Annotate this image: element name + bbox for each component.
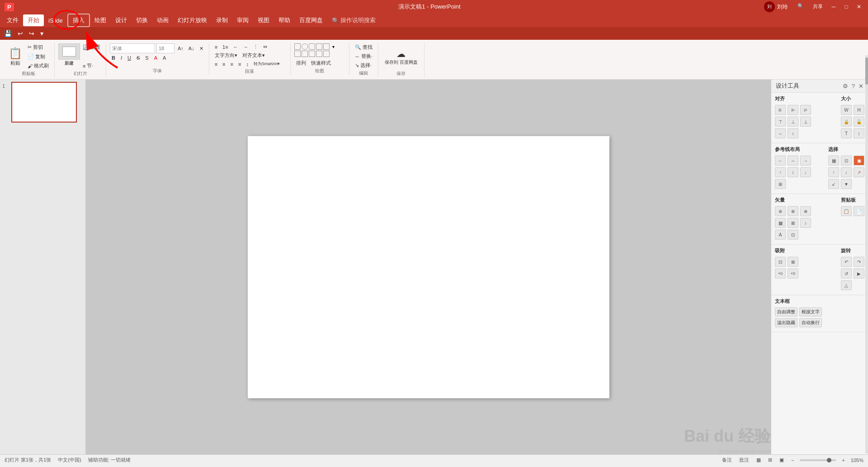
grid-center-btn[interactable]: ↔	[788, 156, 798, 165]
menu-animation[interactable]: 动画	[152, 14, 173, 26]
rotate-5-btn[interactable]: △	[841, 280, 852, 290]
select-all-btn[interactable]: ▦	[828, 156, 839, 165]
zoom-slider[interactable]	[800, 459, 836, 461]
panel-settings-icon[interactable]: ⚙	[843, 83, 848, 90]
underline-button[interactable]: U	[126, 55, 133, 61]
shape-line[interactable]	[294, 51, 301, 57]
decrease-indent[interactable]: ←	[231, 43, 240, 50]
rotate-2-btn[interactable]: ↷	[854, 257, 864, 267]
align-top-btn[interactable]: ⊤	[775, 117, 786, 127]
size-lock-btn[interactable]: 🔒	[841, 117, 852, 127]
shape-arrow[interactable]	[302, 51, 308, 57]
close-button[interactable]: ✕	[854, 2, 863, 11]
grid-extra-btn[interactable]: ⊞	[775, 179, 786, 189]
select-extra2-btn[interactable]: ▼	[841, 179, 852, 189]
vector-3-btn[interactable]: ⊗	[800, 206, 811, 216]
size-unlock-btn[interactable]: 🔓	[854, 117, 864, 127]
grid-mid-btn[interactable]: ↕	[788, 167, 798, 177]
align-bottom-btn[interactable]: ⊥	[800, 117, 811, 127]
decrease-font-size[interactable]: A↓	[187, 45, 196, 52]
highlight-button[interactable]: A	[161, 55, 168, 61]
clip-1-btn[interactable]: 📋	[841, 206, 852, 216]
snap-1-btn[interactable]: ⊡	[775, 257, 786, 267]
align-center-btn[interactable]: ⊫	[788, 105, 798, 115]
canvas-area[interactable]	[86, 80, 771, 454]
font-color-button[interactable]: A	[152, 55, 159, 61]
select-type-btn[interactable]: ⊡	[841, 156, 852, 165]
clear-format[interactable]: ✕	[198, 45, 205, 52]
italic-button[interactable]: I	[119, 55, 124, 61]
size-w-btn[interactable]: W	[841, 105, 852, 115]
find-button[interactable]: 🔍查找	[353, 43, 374, 51]
align-text-button[interactable]: 对齐文本▾	[241, 52, 267, 59]
grid-left-btn[interactable]: ←	[775, 156, 786, 165]
select-active-btn[interactable]: ▣	[854, 156, 864, 165]
text-box-button[interactable]: 文字方向▾	[213, 52, 239, 59]
columns-button[interactable]: ⋮	[251, 43, 260, 50]
shape-brace[interactable]	[323, 51, 330, 57]
menu-islide[interactable]: iSlide	[44, 15, 67, 26]
rotate-3-btn[interactable]: ↺	[841, 269, 852, 278]
panel-help-icon[interactable]: ?	[852, 83, 855, 90]
align-right-btn[interactable]: ⊬	[800, 105, 811, 115]
zoom-level[interactable]: 105%	[851, 458, 863, 463]
snap-2-btn[interactable]: ⊠	[788, 257, 798, 267]
paste-button[interactable]: 📋 粘贴	[6, 43, 25, 70]
menu-slideshow[interactable]: 幻灯片放映	[173, 14, 212, 26]
vector-1-btn[interactable]: ⊛	[775, 206, 786, 216]
select-up-btn[interactable]: ↑	[828, 167, 839, 177]
save-to-baidu-button[interactable]: ☁ 保存到 百度网盘	[382, 43, 420, 70]
size-text-btn[interactable]: T	[841, 128, 852, 138]
textbox-fit-btn[interactable]: 根据文字	[799, 307, 822, 316]
menu-draw[interactable]: 绘图	[90, 14, 111, 26]
increase-indent[interactable]: →	[241, 43, 250, 50]
slide-preview[interactable]	[11, 82, 77, 123]
slide-canvas[interactable]	[248, 136, 609, 398]
size-h-btn[interactable]: H	[854, 105, 864, 115]
font-size-input[interactable]	[156, 43, 175, 53]
numbering-button[interactable]: 1≡	[221, 43, 230, 50]
select-down-btn[interactable]: ↓	[841, 167, 852, 177]
vector-5-btn[interactable]: ⊠	[788, 218, 798, 228]
strikethrough-button[interactable]: S	[135, 55, 142, 61]
reset-slide-button[interactable]: 🔄重置	[81, 43, 102, 51]
bold-button[interactable]: B	[110, 55, 117, 61]
vector-6-btn[interactable]: ↕	[800, 218, 811, 228]
align-right[interactable]: ≡	[229, 61, 235, 67]
text-direction-button[interactable]: ⇔	[261, 43, 269, 50]
search-operation[interactable]: 🔍 操作说明搜索	[332, 16, 376, 24]
textbox-free-btn[interactable]: 自由调整	[775, 307, 797, 316]
textbox-autoline-btn[interactable]: 自动换行	[799, 318, 822, 327]
shape-circle[interactable]	[302, 43, 308, 50]
shape-connector[interactable]	[316, 51, 322, 57]
maximize-button[interactable]: □	[842, 2, 851, 11]
align-center[interactable]: ≡	[221, 61, 227, 67]
convert-smartart[interactable]: 转为SmartArt▾	[252, 61, 282, 67]
notes-button[interactable]: 备注	[721, 456, 733, 464]
select-arrow-btn[interactable]: ↗	[854, 167, 864, 177]
slide-thumbnail-1[interactable]: 1	[2, 82, 83, 123]
qa-customize[interactable]: ▾	[38, 29, 45, 38]
grid-top-btn[interactable]: ↑	[775, 167, 786, 177]
search-icon[interactable]: 🔍	[795, 2, 807, 11]
section-button[interactable]: ≡节·	[81, 62, 102, 70]
vector-4-btn[interactable]: ▦	[775, 218, 786, 228]
menu-help[interactable]: 帮助	[274, 14, 295, 26]
menu-file[interactable]: 文件	[2, 14, 23, 26]
vector-2-btn[interactable]: ⊕	[788, 206, 798, 216]
rotate-1-btn[interactable]: ↶	[841, 257, 852, 267]
distribute-horiz-btn[interactable]: ↔	[775, 128, 786, 138]
distribute-vert-btn[interactable]: ↕	[788, 128, 798, 138]
font-name-input[interactable]	[110, 43, 155, 53]
shape-other[interactable]	[316, 43, 322, 50]
qa-save[interactable]: 💾	[2, 29, 14, 38]
clip-2-btn[interactable]: 📄	[854, 206, 864, 216]
align-left[interactable]: ≡	[213, 61, 219, 67]
increase-font-size[interactable]: A↑	[176, 45, 185, 52]
menu-baidu[interactable]: 百度网盘	[295, 14, 327, 26]
line-spacing[interactable]: ↕	[244, 61, 250, 67]
menu-record[interactable]: 录制	[212, 14, 232, 26]
shape-rect[interactable]	[294, 43, 301, 50]
user-area[interactable]: 刘 刘玲	[764, 1, 788, 12]
grid-right-btn[interactable]: →	[800, 156, 811, 165]
